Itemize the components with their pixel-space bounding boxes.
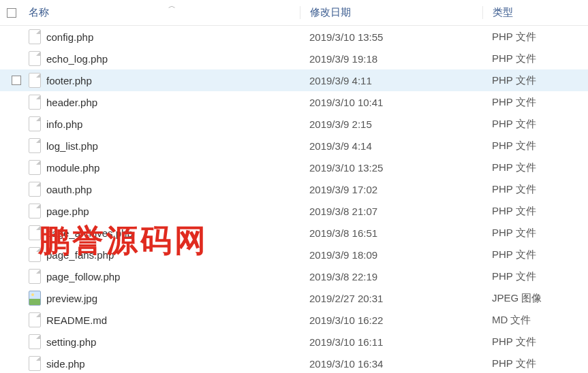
file-type-cell: PHP 文件 [482, 161, 588, 174]
document-file-icon [29, 182, 41, 197]
document-file-icon [29, 356, 41, 371]
row-checkbox-slot [0, 76, 29, 85]
image-file-icon [29, 291, 41, 306]
file-row[interactable]: page_archives.php2019/3/8 16:51PHP 文件 [0, 222, 588, 244]
document-file-icon [29, 247, 41, 262]
document-file-icon [29, 51, 41, 66]
file-row[interactable]: page.php2019/3/8 21:07PHP 文件 [0, 200, 588, 222]
file-date-cell: 2019/3/9 18:09 [300, 249, 482, 261]
column-header-type-label: 类型 [493, 6, 513, 18]
file-row[interactable]: module.php2019/3/10 13:25PHP 文件 [0, 157, 588, 178]
file-name-label: preview.jpg [46, 293, 97, 304]
file-date-cell: 2019/3/9 4:14 [300, 140, 482, 152]
file-date-cell: 2019/3/10 13:25 [300, 162, 482, 174]
file-row[interactable]: oauth.php2019/3/9 17:02PHP 文件 [0, 178, 588, 200]
file-date-cell: 2019/3/9 17:02 [300, 184, 482, 195]
file-name-cell: module.php [29, 160, 300, 175]
file-date-cell: 2019/3/10 16:11 [300, 336, 482, 348]
file-name-cell: setting.php [29, 334, 300, 349]
file-date-cell: 2019/3/8 16:51 [300, 227, 482, 239]
file-name-cell: README.md [29, 312, 300, 327]
file-name-cell: side.php [29, 356, 300, 371]
file-type-cell: PHP 文件 [482, 52, 588, 65]
file-type-cell: PHP 文件 [482, 140, 588, 152]
file-type-cell: PHP 文件 [482, 118, 588, 131]
column-header-row: 名称 ︿ 修改日期 类型 [0, 0, 588, 26]
file-name-label: page_fans.php [46, 249, 114, 261]
document-file-icon [29, 29, 41, 44]
column-header-name[interactable]: 名称 ︿ [29, 6, 300, 19]
file-name-cell: footer.php [29, 73, 300, 88]
file-type-cell: JPEG 图像 [482, 292, 588, 305]
file-name-label: page.php [46, 206, 89, 217]
file-date-cell: 2019/3/9 4:11 [300, 75, 482, 86]
file-name-cell: echo_log.php [29, 51, 300, 66]
column-header-date-label: 修改日期 [310, 6, 351, 18]
file-row[interactable]: echo_log.php2019/3/9 19:18PHP 文件 [0, 48, 588, 69]
file-row[interactable]: header.php2019/3/10 10:41PHP 文件 [0, 91, 588, 113]
file-type-cell: PHP 文件 [482, 248, 588, 261]
document-file-icon [29, 95, 41, 110]
file-name-cell: config.php [29, 29, 300, 44]
document-file-icon [29, 73, 41, 88]
file-name-cell: preview.jpg [29, 291, 300, 306]
file-name-label: page_archives.php [46, 227, 133, 239]
file-row[interactable]: page_follow.php2019/3/8 22:19PHP 文件 [0, 265, 588, 287]
sort-ascending-icon: ︿ [168, 1, 176, 11]
file-name-cell: page_archives.php [29, 225, 300, 240]
file-name-label: page_follow.php [46, 271, 120, 282]
file-type-cell: MD 文件 [482, 314, 588, 327]
column-header-name-label: 名称 [29, 6, 49, 18]
file-name-label: header.php [46, 97, 97, 108]
document-file-icon [29, 269, 41, 284]
document-file-icon [29, 334, 41, 349]
file-type-cell: PHP 文件 [482, 183, 588, 196]
file-type-cell: PHP 文件 [482, 74, 588, 87]
file-list: config.php2019/3/10 13:55PHP 文件echo_log.… [0, 26, 588, 373]
file-name-cell: page_fans.php [29, 247, 300, 262]
file-date-cell: 2019/3/8 21:07 [300, 206, 482, 217]
file-row[interactable]: log_list.php2019/3/9 4:14PHP 文件 [0, 135, 588, 157]
file-name-label: README.md [46, 314, 107, 326]
file-name-cell: page.php [29, 204, 300, 218]
file-row[interactable]: side.php2019/3/10 16:34PHP 文件 [0, 353, 588, 373]
column-header-type[interactable]: 类型 [482, 6, 588, 19]
document-file-icon [29, 160, 41, 175]
file-date-cell: 2019/3/10 16:34 [300, 358, 482, 370]
file-row[interactable]: setting.php2019/3/10 16:11PHP 文件 [0, 331, 588, 353]
file-type-cell: PHP 文件 [482, 270, 588, 283]
file-name-label: config.php [46, 31, 93, 43]
file-name-label: log_list.php [46, 140, 98, 152]
file-name-cell: info.php [29, 116, 300, 131]
file-type-cell: PHP 文件 [482, 205, 588, 218]
file-name-label: footer.php [46, 75, 92, 86]
file-row[interactable]: preview.jpg2019/2/27 20:31JPEG 图像 [0, 287, 588, 309]
file-name-label: module.php [46, 162, 99, 174]
file-row[interactable]: footer.php2019/3/9 4:11PHP 文件 [0, 69, 588, 91]
file-row[interactable]: README.md2019/3/10 16:22MD 文件 [0, 309, 588, 331]
file-name-label: echo_log.php [46, 53, 108, 65]
file-name-label: side.php [46, 358, 85, 370]
file-row[interactable]: page_fans.php2019/3/9 18:09PHP 文件 [0, 244, 588, 265]
file-date-cell: 2019/3/10 13:55 [300, 31, 482, 43]
document-file-icon [29, 225, 41, 240]
file-date-cell: 2019/3/8 22:19 [300, 271, 482, 282]
select-all-checkbox[interactable] [7, 8, 16, 18]
file-date-cell: 2019/2/27 20:31 [300, 293, 482, 304]
file-date-cell: 2019/3/10 10:41 [300, 97, 482, 108]
file-name-cell: page_follow.php [29, 269, 300, 284]
file-name-label: oauth.php [46, 184, 92, 195]
file-name-cell: oauth.php [29, 182, 300, 197]
file-name-cell: header.php [29, 95, 300, 110]
column-header-date[interactable]: 修改日期 [300, 6, 482, 19]
row-checkbox[interactable] [12, 76, 21, 85]
document-file-icon [29, 138, 41, 153]
file-row[interactable]: config.php2019/3/10 13:55PHP 文件 [0, 26, 588, 48]
file-type-cell: PHP 文件 [482, 336, 588, 348]
file-date-cell: 2019/3/9 19:18 [300, 53, 482, 65]
file-name-label: info.php [46, 118, 82, 130]
file-type-cell: PHP 文件 [482, 96, 588, 109]
file-name-label: setting.php [46, 336, 96, 348]
file-row[interactable]: info.php2019/3/9 2:15PHP 文件 [0, 113, 588, 135]
file-name-cell: log_list.php [29, 138, 300, 153]
